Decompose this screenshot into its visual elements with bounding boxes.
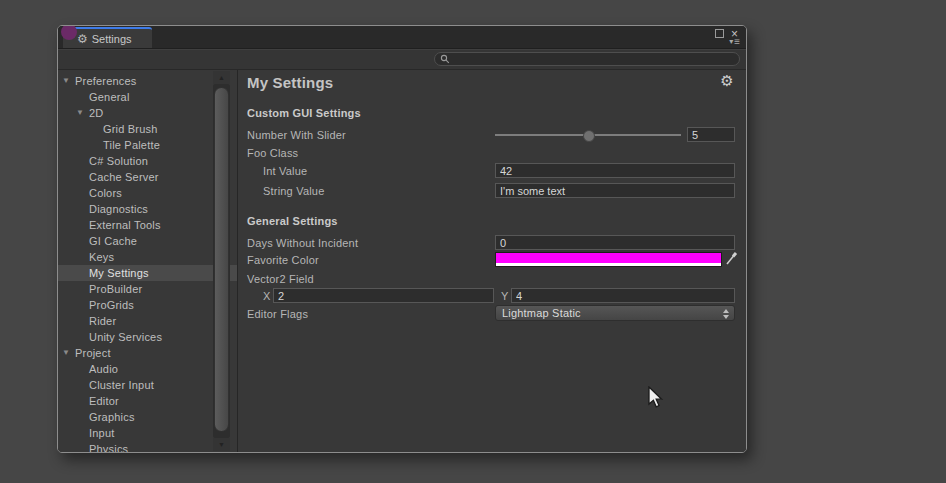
tree-item-label: Cluster Input (89, 379, 154, 391)
expander-triangle-icon[interactable]: ▼ (76, 105, 84, 121)
search-icon (440, 54, 450, 64)
tree-item-cache-server[interactable]: Cache Server (58, 169, 238, 185)
tree-item-label: Rider (89, 315, 116, 327)
tree-item-grid-brush[interactable]: Grid Brush (58, 121, 238, 137)
preferences-tree: ▼ Preferences General ▼ 2D Grid Brush Ti… (58, 70, 238, 453)
tree-item-project[interactable]: ▼ Project (58, 345, 230, 361)
tree-item-label: Project (75, 347, 111, 359)
scroll-up-icon[interactable]: ▲ (213, 71, 230, 84)
tree-item-progrids[interactable]: ProGrids (58, 297, 238, 313)
vector2-y-input[interactable] (511, 288, 735, 303)
tree-item-gi-cache[interactable]: GI Cache (58, 233, 238, 249)
tree-item-label: Editor (89, 395, 119, 407)
tree-item-label: External Tools (89, 219, 161, 231)
tab-title: Settings (92, 33, 132, 45)
tree-item-probuilder[interactable]: ProBuilder (58, 281, 238, 297)
string-value-label: String Value (263, 183, 325, 199)
tree-item-label: Input (89, 427, 114, 439)
tree-item-2d[interactable]: ▼ 2D (58, 105, 238, 121)
settings-gear-icon: ⚙ (77, 34, 88, 44)
expander-triangle-icon[interactable]: ▼ (62, 73, 70, 89)
search-field[interactable] (434, 52, 740, 66)
expander-triangle-icon[interactable]: ▼ (62, 345, 70, 361)
tree-item-diagnostics[interactable]: Diagnostics (58, 201, 238, 217)
tree-item-general[interactable]: General (58, 89, 238, 105)
vector2-x-label: X (263, 288, 271, 304)
tree-item-external-tools[interactable]: External Tools (58, 217, 238, 233)
tree-item-label: Grid Brush (103, 123, 158, 135)
days-without-incident-label: Days Without Incident (247, 235, 358, 251)
tree-item-audio[interactable]: Audio (58, 361, 238, 377)
int-value-input[interactable] (495, 163, 735, 178)
tree-item-cluster-input[interactable]: Cluster Input (58, 377, 238, 393)
tab-bar: ⚙ Settings × ▾ ≡ (58, 26, 746, 49)
tree-item-graphics[interactable]: Graphics (58, 409, 238, 425)
section-custom-gui-settings: Custom GUI Settings (247, 107, 361, 119)
tree-item-label: Colors (89, 187, 122, 199)
pane-menu-lines-icon: ≡ (734, 37, 740, 47)
tree-item-label: ProBuilder (89, 283, 142, 295)
tree-item-label: My Settings (89, 267, 149, 279)
favorite-color-label: Favorite Color (247, 252, 319, 268)
tree-item-label: General (89, 91, 130, 103)
mouse-cursor (648, 386, 665, 414)
tree-item-label: Graphics (89, 411, 135, 423)
tree-item-label: ProGrids (89, 299, 134, 311)
tree-item-label: GI Cache (89, 235, 137, 247)
tree-item-rider[interactable]: Rider (58, 313, 238, 329)
scrollbar-thumb[interactable] (214, 87, 229, 432)
tree-item-csharp-solution[interactable]: C# Solution (58, 153, 238, 169)
dropdown-selected-value: Lightmap Static (502, 307, 581, 319)
settings-window: ⚙ Settings × ▾ ≡ (57, 25, 747, 453)
tree-item-label: Cache Server (89, 171, 159, 183)
tree-item-input[interactable]: Input (58, 425, 238, 441)
foo-class-label: Foo Class (247, 145, 298, 161)
editor-flags-label: Editor Flags (247, 306, 308, 322)
color-value (496, 253, 721, 263)
number-with-slider-input[interactable] (687, 127, 735, 142)
settings-panel: My Settings ⚙ Custom GUI Settings Number… (238, 70, 746, 453)
vector2-field-label: Vector2 Field (247, 271, 314, 287)
scroll-down-icon[interactable]: ▼ (213, 438, 230, 451)
section-general-settings: General Settings (247, 215, 338, 227)
toolbar (58, 49, 746, 70)
pane-menu-caret-icon: ▾ (729, 37, 733, 47)
editor-flags-dropdown[interactable]: Lightmap Static (495, 305, 735, 321)
number-slider[interactable] (495, 134, 681, 136)
vector2-x-input[interactable] (273, 288, 494, 303)
tree-item-unity-services[interactable]: Unity Services (58, 329, 238, 345)
slider-thumb[interactable] (583, 130, 595, 142)
number-with-slider-label: Number With Slider (247, 127, 346, 143)
scrollbar-track[interactable] (213, 84, 230, 438)
days-without-incident-input[interactable] (495, 235, 735, 250)
tree-item-editor[interactable]: Editor (58, 393, 238, 409)
pane-menu-icon[interactable]: ▾ ≡ (729, 37, 740, 47)
tree-item-preferences[interactable]: ▼ Preferences (58, 73, 230, 89)
page-title: My Settings (247, 74, 333, 91)
tree-item-label: Unity Services (89, 331, 162, 343)
tree-item-label: 2D (89, 107, 103, 119)
search-input[interactable] (450, 53, 739, 65)
vector2-y-label: Y (501, 288, 509, 304)
tree-item-tile-palette[interactable]: Tile Palette (58, 137, 238, 153)
tree-item-label: Physics (89, 443, 128, 453)
string-value-input[interactable] (495, 183, 735, 198)
sidebar-scrollbar[interactable]: ▲ ▼ (213, 71, 230, 451)
favorite-color-swatch[interactable] (495, 252, 722, 267)
maximize-icon[interactable] (715, 29, 724, 38)
tree-item-physics[interactable]: Physics (58, 441, 238, 453)
int-value-label: Int Value (263, 163, 307, 179)
tree-item-label: C# Solution (89, 155, 148, 167)
tree-item-label: Tile Palette (103, 139, 160, 151)
eyedropper-icon[interactable] (725, 251, 738, 268)
tree-item-label: Keys (89, 251, 114, 263)
desktop-background: ⚙ Settings × ▾ ≡ (0, 0, 946, 483)
tree-item-keys[interactable]: Keys (58, 249, 238, 265)
tree-item-label: Audio (89, 363, 118, 375)
tree-item-label: Preferences (75, 75, 137, 87)
tree-item-label: Diagnostics (89, 203, 148, 215)
tree-item-colors[interactable]: Colors (58, 185, 238, 201)
dropdown-arrows-icon (723, 309, 729, 319)
gear-icon[interactable]: ⚙ (720, 72, 734, 90)
tree-item-my-settings[interactable]: My Settings (58, 265, 238, 281)
